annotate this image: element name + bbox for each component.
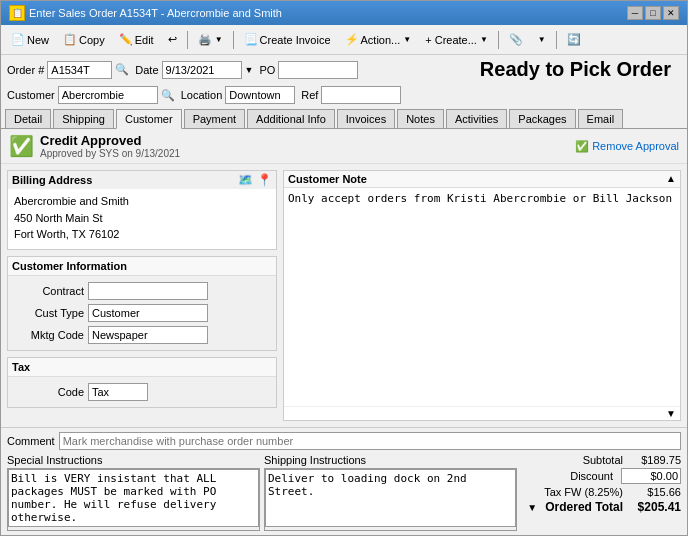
- title-bar: 📋 Enter Sales Order A1534T - Abercrombie…: [1, 1, 687, 25]
- toolbar-separator-4: [556, 31, 557, 49]
- customer-label: Customer: [7, 89, 55, 101]
- customer-note-header: Customer Note ▲: [284, 171, 680, 188]
- action-icon: ⚡: [345, 33, 359, 46]
- comment-label: Comment: [7, 435, 55, 447]
- ref-field: Ref: [301, 86, 401, 104]
- contract-row: Contract: [10, 280, 274, 302]
- mktg-code-label: Mktg Code: [14, 329, 84, 341]
- remove-approval-label: Remove Approval: [592, 140, 679, 152]
- approval-info: ✅ Credit Approved Approved by SYS on 9/1…: [9, 133, 180, 159]
- action-button[interactable]: ⚡ Action... ▼: [339, 29, 418, 51]
- map-icon[interactable]: 🗺️: [238, 173, 253, 187]
- customer-input[interactable]: [58, 86, 158, 104]
- remove-approval-button[interactable]: ✅ Remove Approval: [575, 140, 679, 153]
- approval-bar: ✅ Credit Approved Approved by SYS on 9/1…: [1, 129, 687, 164]
- tab-payment[interactable]: Payment: [184, 109, 245, 128]
- tab-invoices[interactable]: Invoices: [337, 109, 395, 128]
- tab-activities[interactable]: Activities: [446, 109, 507, 128]
- billing-line1: Abercrombie and Smith: [14, 193, 270, 210]
- billing-address-header: Billing Address 🗺️ 📍: [8, 171, 276, 189]
- ordered-total-label: Ordered Total: [545, 500, 623, 514]
- tax-title: Tax: [12, 361, 30, 373]
- bottom-sections: Special Instructions Bill is VERY insist…: [7, 454, 681, 531]
- tax-code-input[interactable]: [88, 383, 148, 401]
- approval-text-block: Credit Approved Approved by SYS on 9/13/…: [40, 133, 180, 159]
- comment-row: Comment: [7, 432, 681, 450]
- customer-note-textarea[interactable]: Only accept orders from Kristi Abercromb…: [284, 188, 680, 406]
- tab-additional-info[interactable]: Additional Info: [247, 109, 335, 128]
- customer-search-icon[interactable]: 🔍: [161, 89, 175, 102]
- ref-label: Ref: [301, 89, 318, 101]
- status-text: Ready to Pick Order: [364, 58, 681, 81]
- date-field: Date ▼: [135, 61, 253, 79]
- tab-notes[interactable]: Notes: [397, 109, 444, 128]
- status-area: Ready to Pick Order: [364, 58, 681, 81]
- billing-address-title: Billing Address: [12, 174, 92, 186]
- attach-icon: 📎: [509, 33, 523, 46]
- subtotal-row: Subtotal $189.75: [521, 454, 681, 466]
- subtotal-label: Subtotal: [583, 454, 623, 466]
- mktg-code-input[interactable]: [88, 326, 208, 344]
- cust-type-row: Cust Type: [10, 302, 274, 324]
- customer-information-section: Customer Information Contract Cust Type …: [7, 256, 277, 351]
- create-button[interactable]: + Create... ▼: [419, 29, 494, 51]
- main-window: 📋 Enter Sales Order A1534T - Abercrombie…: [0, 0, 688, 536]
- date-dropdown-icon[interactable]: ▼: [245, 65, 254, 75]
- customer-field: Customer 🔍: [7, 86, 175, 104]
- tab-customer[interactable]: Customer: [116, 109, 182, 129]
- invoice-icon: 📃: [244, 33, 258, 46]
- date-input[interactable]: [162, 61, 242, 79]
- tax-code-label: Code: [14, 386, 84, 398]
- note-scroll-down[interactable]: ▼: [662, 407, 680, 420]
- discount-label: Discount: [570, 470, 613, 482]
- new-button[interactable]: 📄 New: [5, 29, 55, 51]
- toolbar-separator-3: [498, 31, 499, 49]
- tab-shipping[interactable]: Shipping: [53, 109, 114, 128]
- undo-button[interactable]: ↩: [162, 29, 183, 51]
- edit-button[interactable]: ✏️ Edit: [113, 29, 160, 51]
- tab-content: ✅ Credit Approved Approved by SYS on 9/1…: [1, 129, 687, 535]
- subtotal-value: $189.75: [631, 454, 681, 466]
- approval-title: Credit Approved: [40, 133, 180, 148]
- tab-email[interactable]: Email: [578, 109, 624, 128]
- print-button[interactable]: 🖨️ ▼: [192, 29, 229, 51]
- po-input[interactable]: [278, 61, 358, 79]
- comment-input[interactable]: [59, 432, 681, 450]
- tab-detail[interactable]: Detail: [5, 109, 51, 128]
- order-number-input[interactable]: [47, 61, 112, 79]
- customer-info-body: Contract Cust Type Mktg Code: [8, 276, 276, 350]
- cust-type-input[interactable]: [88, 304, 208, 322]
- pin-icon[interactable]: 📍: [257, 173, 272, 187]
- title-bar-left: 📋 Enter Sales Order A1534T - Abercrombie…: [9, 5, 282, 21]
- tax-body: Code: [8, 377, 276, 407]
- customer-note-title: Customer Note: [288, 173, 367, 185]
- refresh-button[interactable]: 🔄: [561, 29, 587, 51]
- order-search-icon[interactable]: 🔍: [115, 63, 129, 76]
- billing-line2: 450 North Main St: [14, 210, 270, 227]
- title-bar-controls: ─ □ ✕: [627, 6, 679, 20]
- location-input[interactable]: [225, 86, 295, 104]
- remove-approval-icon: ✅: [575, 140, 589, 153]
- tax-row: Tax FW (8.25%) $15.66: [521, 486, 681, 498]
- close-button[interactable]: ✕: [663, 6, 679, 20]
- contract-input[interactable]: [88, 282, 208, 300]
- more-button[interactable]: ▼: [531, 29, 552, 51]
- attach-button[interactable]: 📎: [503, 29, 529, 51]
- shipping-instructions-textarea[interactable]: Deliver to loading dock on 2nd Street.: [265, 469, 516, 527]
- ref-input[interactable]: [321, 86, 401, 104]
- maximize-button[interactable]: □: [645, 6, 661, 20]
- discount-input[interactable]: [621, 468, 681, 484]
- customer-info-title: Customer Information: [12, 260, 127, 272]
- copy-button[interactable]: 📋 Copy: [57, 29, 111, 51]
- minimize-button[interactable]: ─: [627, 6, 643, 20]
- print-dropdown-arrow: ▼: [215, 35, 223, 44]
- create-invoice-button[interactable]: 📃 Create Invoice: [238, 29, 337, 51]
- tab-bar: Detail Shipping Customer Payment Additio…: [1, 106, 687, 129]
- tax-code-row: Code: [10, 381, 274, 403]
- special-instructions-textarea[interactable]: Bill is VERY insistant that ALL packages…: [8, 469, 259, 527]
- tab-packages[interactable]: Packages: [509, 109, 575, 128]
- bottom-area: Comment Special Instructions Bill is VER…: [1, 427, 687, 535]
- note-scroll-up[interactable]: ▲: [666, 173, 676, 185]
- po-field: PO: [259, 61, 358, 79]
- window-icon: 📋: [9, 5, 25, 21]
